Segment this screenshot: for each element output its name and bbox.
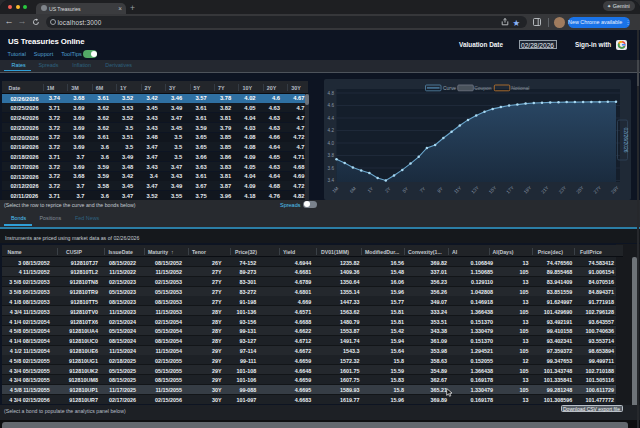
svg-text:4.6: 4.6	[328, 103, 335, 108]
svg-text:3.4: 3.4	[328, 178, 335, 183]
svg-text:4.8: 4.8	[328, 91, 335, 96]
svg-text:3.6: 3.6	[328, 166, 335, 171]
svg-text:4.4: 4.4	[328, 116, 335, 121]
svg-text:3.8: 3.8	[328, 153, 335, 158]
svg-text:Coupon: Coupon	[474, 86, 491, 91]
svg-text:Curve: Curve	[443, 86, 456, 91]
svg-text:02/26/2026: 02/26/2026	[623, 127, 629, 152]
svg-text:Notional: Notional	[511, 86, 529, 91]
svg-text:4.2: 4.2	[328, 128, 335, 133]
svg-text:4.0: 4.0	[328, 141, 335, 146]
